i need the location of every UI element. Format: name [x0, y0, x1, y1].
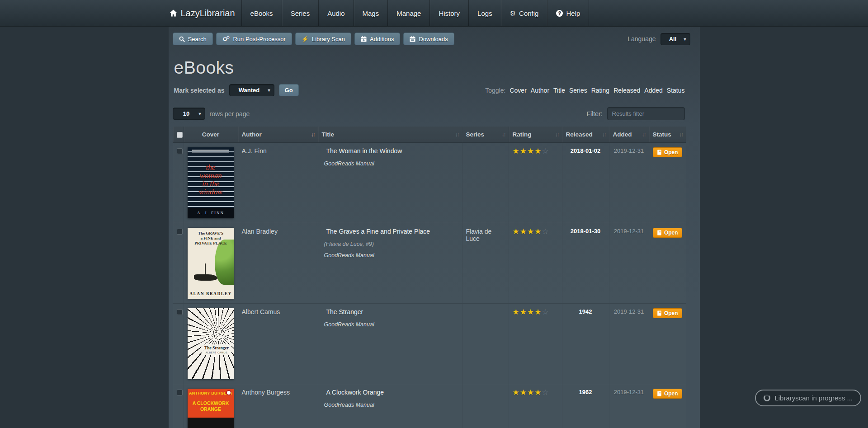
header-status[interactable]: Status↓↑ — [649, 127, 686, 143]
book-title-link[interactable]: The Graves a Fine and Private Place — [322, 228, 430, 235]
header-author-label: Author — [242, 131, 262, 138]
header-title[interactable]: Title↓↑ — [318, 127, 462, 143]
nav-item-help[interactable]: ? Help — [547, 0, 589, 26]
header-released[interactable]: Released↓↑ — [562, 127, 609, 143]
select-all-checkbox[interactable] — [177, 132, 183, 138]
cover-title-text: The GRAVE'Sa FINE andPRIVATE PLACE — [188, 231, 234, 246]
rows-per-page-label: rows per page — [210, 110, 250, 118]
book-icon — [657, 310, 662, 316]
added-cell: 2019-12-31 — [609, 223, 649, 304]
downloads-button[interactable]: Downloads — [403, 33, 454, 45]
language-group: Language All ▾ — [627, 33, 690, 45]
toggle-title-link[interactable]: Title — [553, 87, 565, 94]
nav-label: Config — [519, 9, 538, 17]
book-title-link[interactable]: A Clockwork Orange — [322, 389, 384, 396]
star-rating: ★★★★☆ — [513, 227, 549, 236]
series-cell — [462, 384, 509, 428]
row-checkbox[interactable] — [177, 309, 183, 315]
nav-item-ebooks[interactable]: eBooks — [241, 0, 282, 26]
language-select[interactable]: All ▾ — [660, 33, 690, 45]
cover-decoration — [215, 240, 234, 285]
status-cell: Open — [649, 143, 686, 223]
status-cell: Open — [649, 384, 686, 428]
author-name: Anthony Burgess — [242, 389, 290, 396]
filter-input[interactable] — [607, 107, 685, 120]
open-button[interactable]: Open — [653, 147, 682, 157]
book-cover-clockwork-orange[interactable]: ANTHONY BURGESS A CLOCKWORKORANGE — [188, 389, 234, 428]
table-row: The GRAVE'Sa FINE andPRIVATE PLACE ALAN … — [173, 223, 686, 304]
toast-message: Libraryscan in progress ... — [774, 394, 853, 402]
toggle-columns-group: Toggle: Cover Author Title Series Rating… — [485, 87, 684, 94]
brand-home-link[interactable]: LazyLibrarian — [169, 0, 241, 26]
toggle-rating-link[interactable]: Rating — [591, 87, 609, 94]
row-checkbox[interactable] — [177, 390, 183, 395]
toggle-added-link[interactable]: Added — [644, 87, 662, 94]
rating-cell: ★★★★☆ — [509, 384, 562, 428]
sort-icon: ↓↑ — [455, 132, 459, 138]
book-title-link[interactable]: The Woman in the Window — [322, 147, 402, 155]
caret-down-icon: ▾ — [684, 37, 686, 42]
home-icon — [170, 9, 177, 17]
header-cover: Cover — [184, 127, 238, 143]
search-button[interactable]: Search — [173, 33, 213, 45]
nav-label: Logs — [477, 9, 492, 17]
search-button-label: Search — [188, 36, 207, 42]
run-post-processor-button[interactable]: ⚙⚙ Run Post-Processor — [216, 33, 292, 45]
mark-status-select-value: Wanted — [233, 87, 265, 94]
nav-label: Series — [291, 9, 310, 17]
header-cover-label: Cover — [202, 131, 219, 138]
nav-item-config[interactable]: ⚙ Config — [501, 0, 547, 26]
row-select-cell — [173, 223, 184, 304]
toggle-series-link[interactable]: Series — [569, 87, 587, 94]
nav-item-logs[interactable]: Logs — [468, 0, 501, 26]
nav-item-audio[interactable]: Audio — [318, 0, 353, 26]
open-button[interactable]: Open — [653, 228, 682, 238]
header-added-label: Added — [613, 131, 632, 138]
nav-label: eBooks — [250, 9, 273, 17]
nav-item-mags[interactable]: Mags — [354, 0, 388, 26]
book-cover-the-stranger[interactable]: The Stranger ALBERT CAMUS — [188, 308, 234, 379]
open-button[interactable]: Open — [653, 389, 682, 399]
header-released-label: Released — [566, 131, 593, 138]
nav-item-series[interactable]: Series — [282, 0, 319, 26]
sort-icon: ↓↑ — [642, 132, 646, 138]
header-author[interactable]: Author↓↑ — [238, 127, 318, 143]
star-icon: ★★★★ — [513, 388, 542, 397]
table-row: The Stranger ALBERT CAMUS Albert Camus T… — [173, 304, 686, 384]
mark-status-select[interactable]: Wanted ▾ — [229, 84, 274, 96]
title-cell: A Clockwork Orange GoodReads Manual — [318, 384, 462, 428]
author-name: A.J. Finn — [242, 147, 267, 155]
header-rating[interactable]: Rating↓↑ — [509, 127, 562, 143]
toggle-cover-link[interactable]: Cover — [509, 87, 526, 94]
book-cover-graves-fine-private-place[interactable]: The GRAVE'Sa FINE andPRIVATE PLACE ALAN … — [188, 228, 234, 299]
table-row: ANTHONY BURGESS A CLOCKWORKORANGE Anthon… — [173, 384, 686, 428]
open-button-label: Open — [664, 390, 678, 397]
rows-per-page-select[interactable]: 10 ▾ — [173, 108, 205, 120]
cover-author-text: A. J. FINN — [188, 208, 234, 218]
header-added[interactable]: Added↓↑ — [609, 127, 649, 143]
gear-icon: ⚙ — [510, 10, 516, 17]
toggle-released-link[interactable]: Released — [613, 87, 640, 94]
select-all-header — [173, 127, 184, 143]
nav-item-manage[interactable]: Manage — [387, 0, 429, 26]
open-button[interactable]: Open — [653, 308, 682, 318]
row-checkbox[interactable] — [177, 148, 183, 154]
calendar-icon — [410, 36, 415, 42]
toggle-author-link[interactable]: Author — [531, 87, 549, 94]
toggle-status-link[interactable]: Status — [667, 87, 685, 94]
row-checkbox[interactable] — [177, 229, 183, 235]
cover-cell: ANTHONY BURGESS A CLOCKWORKORANGE — [184, 384, 238, 428]
top-navbar: LazyLibrarian eBooks Series Audio Mags M… — [0, 0, 868, 27]
go-button[interactable]: Go — [279, 84, 299, 96]
run-post-processor-label: Run Post-Processor — [233, 36, 285, 42]
nav-item-history[interactable]: History — [429, 0, 468, 26]
header-series[interactable]: Series↓↑ — [462, 127, 509, 143]
star-empty-icon: ☆ — [542, 308, 549, 316]
additions-button[interactable]: Additions — [354, 33, 400, 45]
book-title-link[interactable]: The Stranger — [322, 308, 363, 315]
sort-icon: ↓↑ — [679, 132, 683, 138]
library-scan-button[interactable]: ⚡ Library Scan — [295, 33, 351, 45]
book-cover-woman-in-the-window[interactable]: thewoman in thewindow A. J. FINN — [188, 147, 234, 218]
author-name: Alan Bradley — [242, 228, 278, 235]
series-cell: Flavia de Luce — [462, 223, 509, 304]
